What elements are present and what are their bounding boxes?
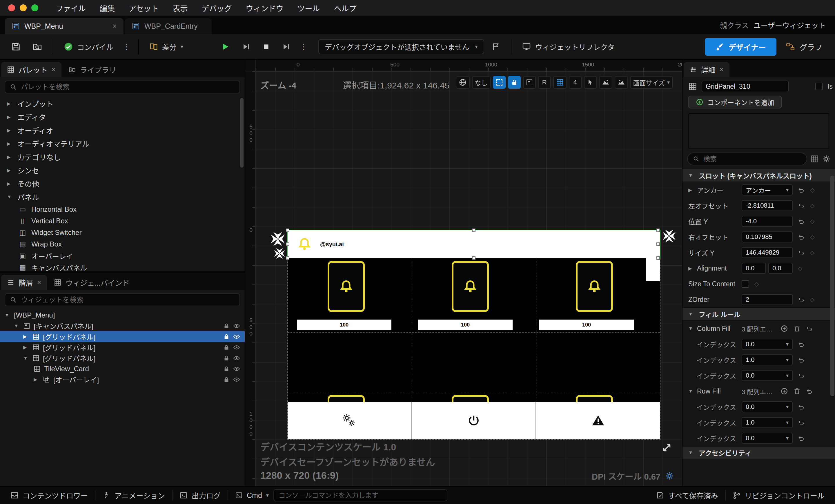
zorder-field[interactable]: 2	[742, 294, 793, 305]
bind-diamond-icon[interactable]	[810, 249, 814, 256]
tree-row-canvas-panel[interactable]: [キャンバスパネル]	[0, 320, 245, 331]
cmd-dropdown[interactable]: Cmd	[228, 487, 271, 504]
tree-row-tileview-card[interactable]: TileView_Card	[0, 363, 245, 374]
reset-to-default-icon[interactable]	[798, 357, 805, 363]
canvas-bottom-menu[interactable]	[288, 402, 660, 439]
tab-widget-bind[interactable]: ウィジェ...バインド	[48, 275, 136, 290]
menu-view[interactable]: 表示	[173, 3, 188, 13]
tree-row-wbp-menu[interactable]: [WBP_Menu]	[0, 310, 245, 320]
reset-to-default-icon[interactable]	[798, 202, 805, 209]
content-drawer-button[interactable]: コンテンツドロワー	[3, 487, 95, 504]
eject-button[interactable]	[278, 39, 294, 54]
palette-item-wrap-box[interactable]: ▤Wrap Box	[0, 238, 245, 250]
palette-item-overlay[interactable]: ▣オーバーレイ	[0, 250, 245, 262]
compile-button[interactable]: コンパイル	[60, 39, 117, 55]
menu-edit[interactable]: 編集	[100, 3, 115, 13]
anchor-burst-icon[interactable]	[662, 229, 676, 243]
view-options-icon[interactable]	[811, 155, 819, 163]
palette-category-audio-material[interactable]: オーディオマテリアル	[0, 137, 245, 150]
graph-mode-button[interactable]: グラフ	[780, 38, 828, 56]
bind-diamond-icon[interactable]	[754, 280, 759, 287]
expander-icon[interactable]	[7, 127, 13, 133]
tab-wbp-menu[interactable]: WBP_Menu	[5, 18, 123, 34]
expander-icon[interactable]	[5, 313, 11, 318]
close-tab-icon[interactable]	[719, 65, 724, 74]
details-scrollbar[interactable]	[830, 176, 834, 396]
reset-to-default-icon[interactable]	[798, 186, 805, 194]
visibility-eye-icon[interactable]	[233, 333, 240, 340]
menu-window[interactable]: ウィンドウ	[246, 3, 284, 13]
snap-grid-size-button[interactable]: 4	[569, 76, 582, 89]
alignment-x-field[interactable]: 0.0	[742, 263, 766, 274]
close-window-button[interactable]	[8, 4, 15, 11]
row-index-dropdown[interactable]: 0.0	[742, 401, 793, 412]
bind-diamond-icon[interactable]	[798, 265, 802, 272]
size-to-content-checkbox[interactable]	[742, 280, 749, 288]
close-tab-icon[interactable]	[52, 65, 56, 74]
palette-category-input[interactable]: インプット	[0, 97, 245, 110]
position-y-field[interactable]: -4.0	[742, 216, 793, 227]
selection-handle[interactable]	[656, 228, 660, 232]
expander-icon[interactable]	[688, 450, 694, 455]
visibility-eye-icon[interactable]	[233, 344, 240, 351]
lock-icon[interactable]	[223, 334, 230, 340]
tree-row-grid-panel-selected[interactable]: [グリッドパネル]	[0, 331, 245, 342]
palette-scrollbar[interactable]	[240, 98, 244, 168]
designer-viewport[interactable]: 0 500 1000 1500 200 500 0 500 1000 ズーム -…	[245, 60, 682, 486]
compile-options-icon[interactable]	[121, 42, 132, 51]
row-index-dropdown[interactable]: 0.0	[742, 433, 793, 444]
animation-button[interactable]: アニメーション	[95, 487, 172, 504]
section-slot[interactable]: スロット (キャンバスパネルスロット)	[683, 169, 835, 182]
minimize-window-button[interactable]	[20, 4, 27, 11]
respect-locks-button[interactable]: R	[538, 76, 551, 89]
expander-icon[interactable]	[7, 194, 13, 200]
reset-to-default-icon[interactable]	[798, 234, 805, 240]
expander-icon[interactable]	[688, 266, 694, 271]
canvas-header-widget-selected[interactable]: @syui.ai	[288, 230, 660, 258]
offset-right-field[interactable]: 0.107985	[742, 231, 793, 242]
card-value-bar[interactable]: 100	[297, 320, 391, 330]
palette-item-vertical-box[interactable]: ▯Vertical Box	[0, 215, 245, 227]
expander-icon[interactable]	[7, 101, 13, 106]
all-saved-button[interactable]: すべて保存済み	[649, 487, 725, 504]
close-tab-icon[interactable]	[37, 278, 41, 286]
anchor-dropdown[interactable]: アンカー	[742, 184, 793, 196]
bind-diamond-icon[interactable]	[810, 234, 814, 240]
menu-file[interactable]: ファイル	[56, 3, 86, 13]
menu-tools[interactable]: ツール	[298, 3, 320, 13]
expander-icon[interactable]	[688, 388, 694, 394]
dash-outline-toggle[interactable]	[493, 76, 506, 89]
reset-to-default-icon[interactable]	[798, 218, 805, 225]
anchor-burst-icon[interactable]	[270, 231, 285, 246]
browse-button[interactable]	[28, 39, 46, 55]
lock-icon[interactable]	[223, 377, 230, 383]
design-surface[interactable]: @syui.ai	[288, 230, 660, 439]
add-component-button[interactable]: コンポーネントを追加	[688, 96, 782, 108]
section-fill-rules[interactable]: フィル ルール	[683, 307, 835, 321]
selection-handle[interactable]	[286, 256, 289, 260]
selection-handle[interactable]	[286, 228, 289, 232]
palette-item-widget-switcher[interactable]: ◫Widget Switcher	[0, 227, 245, 238]
bind-diamond-icon[interactable]	[810, 218, 814, 225]
size-y-field[interactable]: 146.449829	[742, 247, 793, 258]
preview-background-button[interactable]	[523, 76, 536, 89]
selection-handle[interactable]	[656, 242, 660, 246]
card-value-bar[interactable]: 100	[539, 320, 634, 330]
palette-category-audio[interactable]: オーディオ	[0, 123, 245, 137]
debug-filter-button[interactable]	[488, 39, 505, 54]
palette-item-horizontal-box[interactable]: ▭Horizontal Box	[0, 204, 245, 215]
alignment-y-field[interactable]: 0.0	[768, 263, 793, 274]
object-name-input[interactable]	[701, 81, 789, 92]
tree-row-grid-panel[interactable]: [グリッドパネル]	[0, 352, 245, 363]
select-mode-button[interactable]	[584, 76, 597, 89]
row-index-dropdown[interactable]: 1.0	[742, 417, 793, 428]
tab-details[interactable]: 詳細	[684, 62, 730, 77]
reset-to-default-icon[interactable]	[798, 296, 805, 303]
expander-icon[interactable]	[7, 168, 13, 173]
lock-icon[interactable]	[223, 366, 230, 372]
tab-hierarchy[interactable]: 階層	[1, 275, 47, 290]
tab-palette[interactable]: パレット	[1, 62, 61, 77]
stop-button[interactable]	[258, 40, 274, 54]
hierarchy-search-input[interactable]	[21, 296, 235, 304]
resize-diagonal-icon[interactable]	[661, 443, 672, 453]
